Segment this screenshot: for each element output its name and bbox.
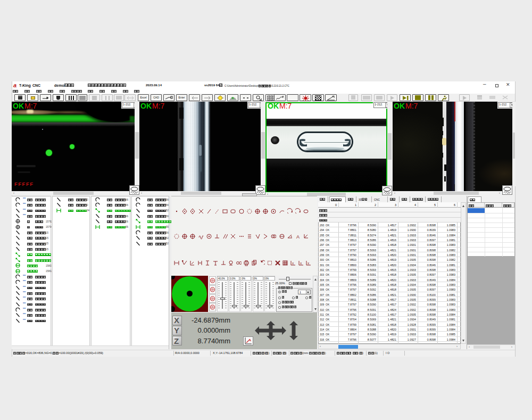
svg-text:x: x [300,261,302,265]
svg-text:x: x [307,261,310,265]
svg-text:A: A [296,234,300,240]
svg-text:x: x [292,261,294,265]
